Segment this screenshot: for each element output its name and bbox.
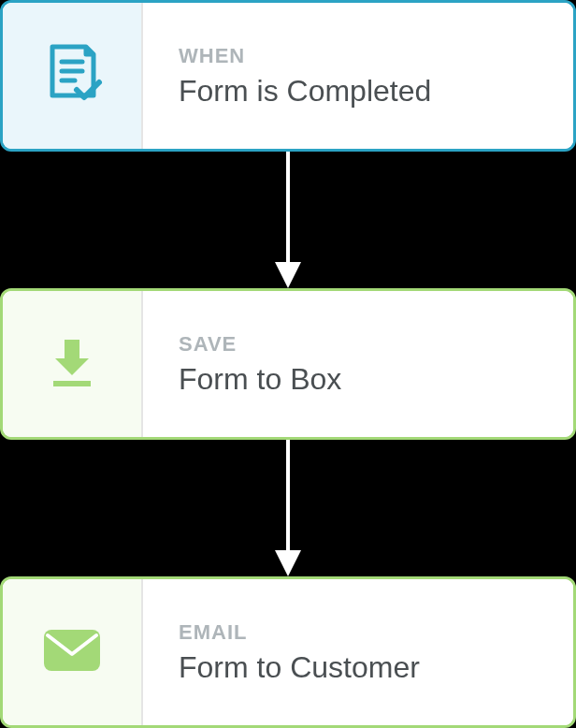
step-icon-container: [3, 579, 143, 725]
form-check-icon: [39, 41, 105, 110]
download-icon: [44, 334, 100, 394]
svg-rect-7: [53, 381, 91, 386]
svg-marker-6: [55, 358, 89, 375]
svg-rect-5: [65, 340, 79, 360]
svg-rect-10: [44, 630, 100, 671]
svg-marker-9: [275, 550, 301, 576]
step-content: SAVE Form to Box: [143, 291, 573, 437]
step-label: WHEN: [179, 44, 573, 68]
svg-marker-4: [275, 262, 301, 288]
step-icon-container: [3, 291, 143, 437]
step-title: Form to Box: [179, 362, 573, 397]
step-content: WHEN Form is Completed: [143, 3, 573, 149]
connector-arrow: [0, 440, 576, 576]
step-label: EMAIL: [179, 620, 573, 645]
step-icon-container: [3, 3, 143, 149]
step-title: Form is Completed: [179, 74, 573, 109]
step-label: SAVE: [179, 332, 573, 357]
connector-arrow: [0, 152, 576, 288]
step-title: Form to Customer: [179, 650, 573, 685]
workflow-step-when: WHEN Form is Completed: [0, 0, 576, 152]
step-content: EMAIL Form to Customer: [143, 579, 573, 725]
email-icon: [42, 628, 102, 677]
workflow-step-save: SAVE Form to Box: [0, 288, 576, 440]
workflow-step-email: EMAIL Form to Customer: [0, 576, 576, 728]
